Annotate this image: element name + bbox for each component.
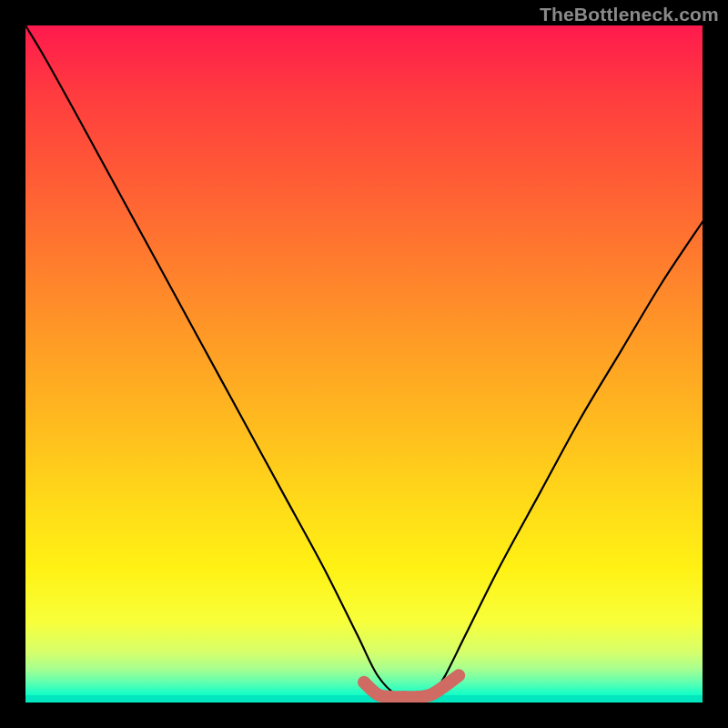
bottleneck-curve-path	[25, 25, 703, 699]
optimal-range-marker-path	[364, 675, 459, 697]
watermark-text: TheBottleneck.com	[540, 4, 719, 25]
chart-svg	[25, 25, 703, 703]
plot-area	[25, 25, 703, 703]
chart-frame: TheBottleneck.com	[0, 0, 728, 728]
